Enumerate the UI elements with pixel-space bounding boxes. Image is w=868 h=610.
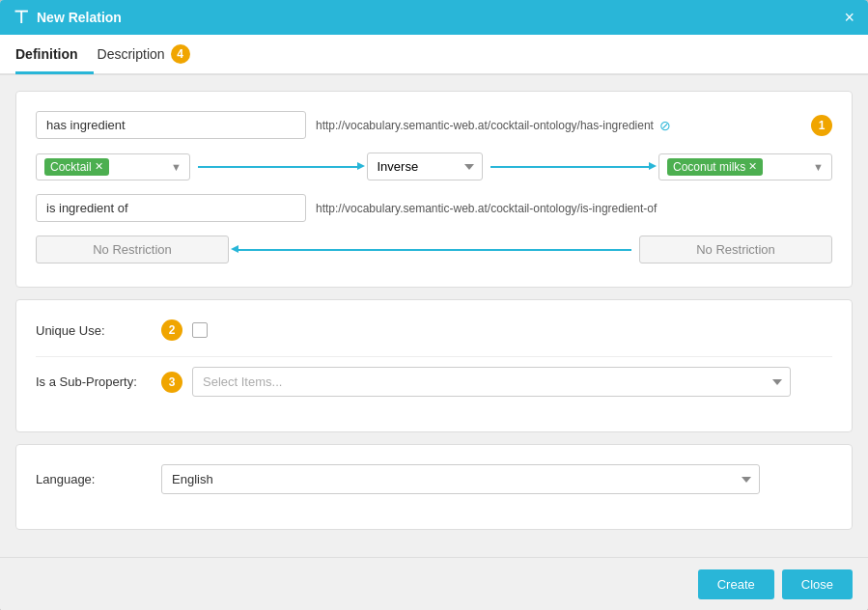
app-icon: ⊤	[14, 7, 29, 28]
content-area: http://vocabulary.semantic-web.at/cockta…	[0, 75, 868, 557]
relation-type-row: Cocktail ✕ ▼ Inverse	[36, 152, 832, 180]
tab-definition[interactable]: Definition	[15, 37, 94, 74]
tab-definition-label: Definition	[15, 46, 78, 62]
left-class-select[interactable]: Cocktail ✕ ▼	[36, 153, 190, 180]
right-tag-remove[interactable]: ✕	[748, 160, 757, 173]
step-3-badge: 3	[161, 372, 182, 393]
language-dropdown[interactable]: English	[161, 464, 760, 494]
unique-use-label: Unique Use:	[36, 323, 152, 338]
inverse-uri-display: http://vocabulary.semantic-web.at/cockta…	[316, 202, 832, 215]
relation-type-dropdown[interactable]: Inverse	[367, 152, 483, 180]
close-dialog-button[interactable]: Close	[782, 569, 853, 599]
left-select-caret: ▼	[171, 161, 182, 173]
tab-description[interactable]: Description 4	[98, 35, 206, 76]
divider-1	[36, 356, 832, 357]
relation-definition-card: http://vocabulary.semantic-web.at/cockta…	[15, 91, 853, 288]
description-badge: 4	[171, 44, 190, 64]
new-relation-dialog: ⊤ New Relation × Definition Description …	[0, 0, 868, 610]
language-label: Language:	[36, 472, 152, 486]
sub-property-dropdown[interactable]: Select Items...	[192, 367, 791, 397]
step-2-badge: 2	[161, 319, 182, 341]
edit-uri-icon[interactable]: ⊘	[659, 118, 671, 133]
sub-property-label: Is a Sub-Property:	[36, 374, 152, 389]
close-button[interactable]: ×	[844, 9, 854, 26]
tab-description-label: Description	[98, 46, 165, 62]
language-card: Language: English	[15, 444, 853, 530]
left-tag-remove[interactable]: ✕	[95, 160, 103, 173]
left-restriction-box[interactable]: No Restriction	[36, 236, 229, 263]
inverse-name-input[interactable]	[36, 194, 306, 222]
right-tag: Coconut milks ✕	[667, 158, 763, 176]
properties-card: Unique Use: 2 Is a Sub-Property: 3 Selec…	[15, 299, 853, 432]
right-class-select[interactable]: Coconut milks ✕ ▼	[658, 153, 832, 180]
titlebar: ⊤ New Relation ×	[0, 0, 868, 35]
titlebar-left: ⊤ New Relation	[14, 7, 122, 28]
tab-bar: Definition Description 4	[0, 35, 868, 75]
unique-use-checkbox[interactable]	[192, 322, 208, 338]
uri-text: http://vocabulary.semantic-web.at/cockta…	[316, 119, 654, 132]
inverse-name-uri-row: http://vocabulary.semantic-web.at/cockta…	[36, 194, 832, 222]
language-row: Language: English	[36, 464, 832, 494]
create-button[interactable]: Create	[698, 569, 774, 599]
restriction-row: No Restriction No Restriction	[36, 236, 832, 263]
right-restriction-box[interactable]: No Restriction	[639, 236, 832, 263]
dialog-title: New Relation	[37, 10, 122, 25]
relation-name-input[interactable]	[36, 111, 306, 139]
inverse-uri-text: http://vocabulary.semantic-web.at/cockta…	[316, 202, 657, 215]
step-1-badge: 1	[811, 115, 832, 136]
left-tag: Cocktail ✕	[44, 158, 109, 176]
dialog-footer: Create Close	[0, 557, 868, 610]
name-uri-row: http://vocabulary.semantic-web.at/cockta…	[36, 111, 832, 139]
unique-use-row: Unique Use: 2	[36, 319, 832, 341]
sub-property-row: Is a Sub-Property: 3 Select Items...	[36, 367, 832, 397]
right-select-caret: ▼	[813, 161, 824, 173]
uri-display: http://vocabulary.semantic-web.at/cockta…	[316, 118, 801, 133]
